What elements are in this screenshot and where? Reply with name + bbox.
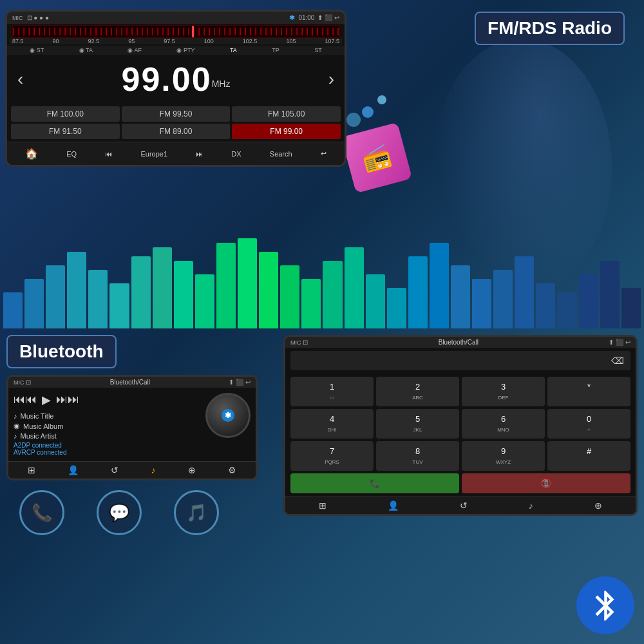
dx-btn[interactable]: DX	[228, 148, 244, 160]
preset-3[interactable]: FM 105.00	[232, 106, 341, 122]
kp-title: Bluetooth/Call	[439, 339, 478, 346]
phone-keypad-device: MIC ⊡ Bluetooth/Call ⬆ ⬛ ↩ ⌫ 1○◦ 2ABC 3D…	[283, 335, 638, 516]
kp-nav-music[interactable]: ♪	[529, 500, 533, 511]
mode-tp: TP	[272, 47, 279, 53]
key-7[interactable]: 7PQRS	[290, 441, 374, 471]
bluetooth-label: Bluetooth	[19, 341, 104, 361]
bt-disc-visual: ✱	[205, 393, 251, 438]
key-5[interactable]: 5JKL	[376, 409, 459, 439]
fm-rds-badge: FM/RDS Radio	[475, 12, 625, 45]
kp-status-icons: ⊡	[303, 339, 308, 346]
backspace-btn[interactable]: ⌫	[611, 355, 624, 366]
kp-nav-refresh[interactable]: ↺	[460, 500, 468, 511]
frequency-bar	[12, 25, 339, 38]
mode-st[interactable]: ◉ ST	[30, 47, 44, 53]
bt-music-title-line: ♪ Music Title	[14, 412, 199, 420]
status-icons: ⊡ ● ● ●	[27, 14, 49, 21]
kp-status-bar: MIC ⊡ Bluetooth/Call ⬆ ⬛ ↩	[285, 337, 636, 348]
current-frequency: 99.00	[122, 61, 212, 98]
bt-next-btn[interactable]: ⏭⏭	[56, 393, 79, 407]
key-8[interactable]: 8TUV	[376, 441, 459, 471]
music-feature-icon[interactable]: 🎵	[174, 490, 219, 535]
mode-pty[interactable]: ◉ PTY	[176, 47, 194, 53]
bt-nav-music[interactable]: ♪	[151, 465, 156, 475]
search-btn[interactable]: Search	[267, 148, 296, 160]
boombox-decoration: 📻	[341, 122, 412, 193]
feature-icons-row: 📞 💬 🎵	[6, 490, 270, 535]
top-section: FM/RDS Radio ♪ ♫ ♩ 📻 MIC ⊡ ● ● ● ✱ 01:00…	[0, 0, 644, 328]
radio-mode-bar: ◉ ST ◉ TA ◉ AF ◉ PTY TA TP ST	[7, 46, 345, 55]
key-star[interactable]: *	[547, 377, 630, 406]
bt-nav-settings[interactable]: ⚙	[228, 465, 236, 475]
fm-rds-label: FM/RDS Radio	[488, 18, 612, 38]
time-display: 01:00	[298, 14, 314, 21]
frequency-display: ‹ 99.00MHz ›	[7, 55, 345, 104]
bt-avrcp-status: AVRCP connected	[14, 449, 199, 456]
kp-nav-grid[interactable]: ⊞	[319, 500, 327, 511]
phone-display: ⌫	[290, 351, 630, 370]
key-6[interactable]: 6MNO	[462, 409, 545, 439]
eq-btn[interactable]: EQ	[63, 148, 80, 160]
bt-controls: ⏮⏮ ▶ ⏭⏭ ♪ Music Title ◉ Music Album	[14, 393, 199, 456]
bt-music-title: Music Title	[21, 412, 54, 420]
home-btn[interactable]: 🏠	[22, 146, 41, 162]
nav-icons: ⬆ ⬛ ↩	[317, 14, 339, 21]
preset-1[interactable]: FM 100.00	[11, 106, 120, 122]
prev-btn[interactable]: ⏮	[102, 148, 115, 160]
kp-nav-contacts[interactable]: 👤	[388, 500, 399, 511]
freq-next-btn[interactable]: ›	[328, 69, 334, 90]
freq-unit: MHz	[212, 79, 231, 89]
bt-nav-contacts[interactable]: 👤	[68, 465, 79, 475]
key-hash[interactable]: #	[547, 441, 630, 471]
mode-af[interactable]: ◉ AF	[128, 47, 142, 53]
key-0[interactable]: 0+	[547, 409, 630, 439]
bt-title: Bluetooth/Call	[110, 379, 150, 386]
bt-status-bar: MIC ⊡ Bluetooth/Call ⬆ ⬛ ↩	[8, 377, 256, 388]
bt-nav-refresh[interactable]: ↺	[111, 465, 118, 475]
bt-music-album-line: ◉ Music Album	[14, 422, 199, 430]
bt-status-icon: ✱	[289, 14, 295, 22]
kp-nav-link[interactable]: ⊕	[594, 500, 602, 511]
key-9[interactable]: 9WXYZ	[462, 441, 545, 471]
radio-status-bar: MIC ⊡ ● ● ● ✱ 01:00 ⬆ ⬛ ↩	[7, 12, 345, 24]
freq-bar-fill	[13, 28, 339, 35]
bt-nav-grid[interactable]: ⊞	[28, 465, 35, 475]
bt-play-btn[interactable]: ▶	[42, 393, 51, 407]
mode-st2: ST	[314, 47, 322, 53]
radio-bottom-bar: 🏠 EQ ⏮ Europe1 ⏭ DX Search ↩	[7, 142, 345, 165]
key-4[interactable]: 4GHI	[290, 409, 374, 439]
bt-music-info: ♪ Music Title ◉ Music Album ♪ Music Arti…	[14, 412, 199, 456]
bubble-3	[346, 113, 361, 127]
bt-nav-connect[interactable]: ⊕	[188, 465, 196, 475]
freq-number-container: 99.00MHz	[122, 60, 231, 99]
mode-ta2: TA	[230, 47, 237, 53]
fm-radio-device: MIC ⊡ ● ● ● ✱ 01:00 ⬆ ⬛ ↩ 87.5 90 92.5 9…	[5, 10, 346, 167]
bluetooth-section: Bluetooth MIC ⊡ Bluetooth/Call ⬆ ⬛ ↩	[0, 328, 277, 644]
album-icon: ◉	[14, 422, 20, 430]
back-btn[interactable]: ↩	[317, 147, 330, 160]
message-feature-icon[interactable]: 💬	[97, 490, 142, 535]
freq-prev-btn[interactable]: ‹	[17, 69, 23, 90]
freq-indicator	[192, 26, 194, 37]
key-2[interactable]: 2ABC	[376, 377, 459, 406]
kp-nav-bar: ⊞ 👤 ↺ ♪ ⊕	[285, 497, 636, 514]
bluetooth-badge: Bluetooth	[6, 335, 117, 368]
phone-keypad-grid: 1○◦ 2ABC 3DEF * 4GHI 5JKL 6MNO 0+ 7PQRS …	[285, 374, 636, 497]
bluetooth-device: MIC ⊡ Bluetooth/Call ⬆ ⬛ ↩ ⏮⏮ ▶ ⏭⏭	[6, 375, 258, 480]
bt-prev-btn[interactable]: ⏮⏮	[14, 393, 37, 407]
bt-status-icons: ⊡	[26, 379, 31, 386]
preset-grid: FM 100.00 FM 99.50 FM 105.00 FM 91.50 FM…	[7, 104, 345, 142]
preset-5[interactable]: FM 89.00	[122, 124, 231, 139]
preset-4[interactable]: FM 91.50	[11, 124, 120, 139]
bluetooth-symbol	[588, 588, 623, 623]
mode-ta[interactable]: ◉ TA	[79, 47, 93, 53]
phone-feature-icon[interactable]: 📞	[19, 490, 64, 535]
call-btn[interactable]: 📞	[290, 473, 459, 493]
preset-2[interactable]: FM 99.50	[122, 106, 231, 122]
next-btn[interactable]: ⏭	[193, 148, 206, 160]
key-3[interactable]: 3DEF	[462, 377, 545, 406]
preset-6[interactable]: FM 99.00	[232, 124, 341, 139]
end-call-btn[interactable]: 📵	[462, 473, 630, 493]
key-1[interactable]: 1○◦	[290, 377, 374, 406]
bt-a2dp-status: A2DP connected	[14, 442, 199, 449]
